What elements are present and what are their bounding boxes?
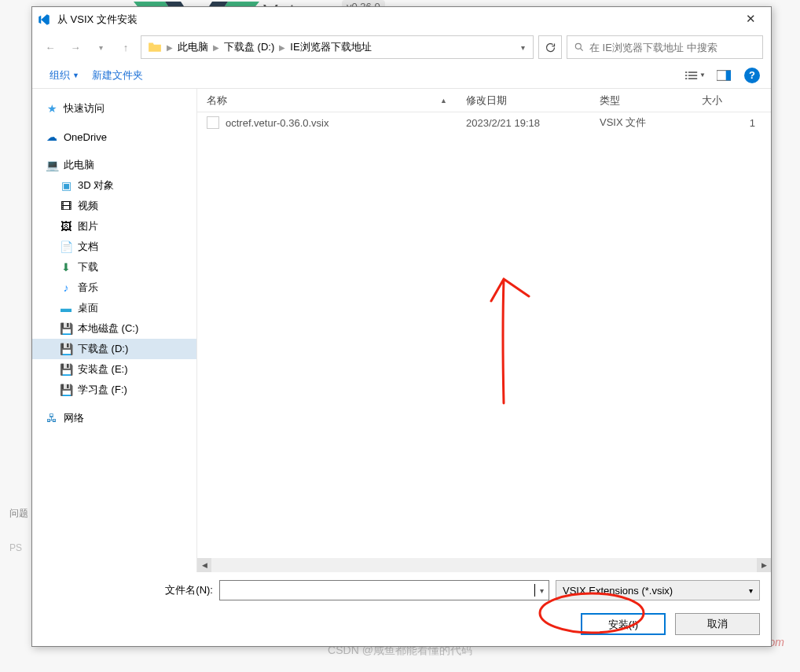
up-button[interactable]: ↑ [116,37,136,57]
svg-rect-3 [685,75,687,76]
tree-drive-d[interactable]: 💾下载盘 (D:) [32,339,196,359]
dialog-body: ★快速访问 ☁OneDrive 💻此电脑 ▣3D 对象 🎞视频 🖼图片 📄文档 … [32,89,771,572]
nav-tree: ★快速访问 ☁OneDrive 💻此电脑 ▣3D 对象 🎞视频 🖼图片 📄文档 … [32,89,197,572]
drive-icon: 💾 [59,342,73,356]
cube-icon: ▣ [59,178,73,193]
tree-drive-c[interactable]: 💾本地磁盘 (C:) [32,318,196,339]
filename-label: 文件名(N): [165,583,213,597]
search-icon [574,42,585,53]
search-box[interactable] [567,35,763,59]
file-row[interactable]: octref.vetur-0.36.0.vsix 2023/2/21 19:18… [197,112,771,133]
tree-downloads[interactable]: ⬇下载 [32,257,196,277]
download-icon: ⬇ [59,260,73,274]
help-button[interactable]: ? [744,68,760,83]
back-button[interactable]: ← [40,37,61,57]
close-button[interactable]: ✕ [735,9,766,31]
dialog-title: 从 VSIX 文件安装 [57,13,735,27]
scroll-right-button[interactable]: ▶ [757,558,771,572]
svg-rect-1 [685,72,687,73]
sort-asc-icon: ▲ [440,97,447,105]
file-date: 2023/2/21 19:18 [457,117,590,129]
breadcrumb-bar[interactable]: ▶ 此电脑 ▶ 下载盘 (D:) ▶ IE浏览器下载地址 ▾ [141,35,534,59]
breadcrumb-history-dropdown[interactable]: ▾ [516,43,530,52]
tree-music[interactable]: ♪音乐 [32,277,196,298]
filetype-select[interactable]: VSIX Extensions (*.vsix)▾ [556,580,760,600]
tree-3d[interactable]: ▣3D 对象 [32,175,196,196]
file-type: VSIX 文件 [590,116,692,130]
drive-icon: 💾 [59,321,73,336]
bg-ps-prompt: PS [9,542,22,553]
tree-network[interactable]: 🖧网络 [32,408,196,428]
music-icon: ♪ [59,281,73,295]
drive-icon: 💾 [59,362,73,376]
scroll-left-button[interactable]: ◀ [197,558,211,572]
chevron-right-icon: ▶ [211,43,221,52]
svg-rect-5 [685,78,687,79]
drive-icon: 💾 [59,383,73,397]
search-input[interactable] [589,42,756,53]
pc-icon: 💻 [45,158,59,172]
file-list[interactable]: octref.vetur-0.36.0.vsix 2023/2/21 19:18… [197,112,771,558]
col-type[interactable]: 类型 [590,94,692,108]
document-icon: 📄 [59,240,73,254]
svg-rect-8 [726,70,731,80]
file-dialog: 从 VSIX 文件安装 ✕ ← → ▾ ↑ ▶ 此电脑 ▶ 下载盘 (D:) ▶… [31,6,772,647]
annotation-arrow [480,270,551,411]
tree-pictures[interactable]: 🖼图片 [32,216,196,237]
tree-desktop[interactable]: ▬桌面 [32,298,196,318]
crumb-thispc[interactable]: 此电脑 [174,40,211,54]
svg-rect-6 [688,78,697,79]
col-size[interactable]: 大小 [692,94,771,108]
tree-onedrive[interactable]: ☁OneDrive [32,127,196,147]
tree-drive-f[interactable]: 💾学习盘 (F:) [32,380,196,400]
recent-dropdown[interactable]: ▾ [90,37,111,57]
view-options-button[interactable]: ▼ [681,65,710,86]
filename-history-dropdown[interactable]: ▾ [535,586,544,595]
picture-icon: 🖼 [59,219,73,233]
folder-icon [148,40,162,54]
preview-pane-button[interactable] [710,65,738,86]
network-icon: 🖧 [45,411,59,425]
desktop-icon: ▬ [59,301,73,315]
chevron-right-icon: ▶ [165,43,174,52]
install-button[interactable]: 安装(I) [581,613,666,635]
horizontal-scrollbar[interactable]: ◀ ▶ [197,558,771,572]
file-columns-header: 名称▲ 修改日期 类型 大小 [197,89,771,112]
crumb-drive-d[interactable]: 下载盘 (D:) [221,40,277,54]
filename-input[interactable]: ▾ [219,580,549,600]
tree-drive-e[interactable]: 💾安装盘 (E:) [32,359,196,380]
file-area: 名称▲ 修改日期 类型 大小 octref.vetur-0.36.0.vsix … [197,89,771,572]
forward-button: → [65,37,86,57]
crumb-folder[interactable]: IE浏览器下载地址 [287,40,374,54]
cancel-button[interactable]: 取消 [675,613,760,635]
tree-documents[interactable]: 📄文档 [32,237,196,257]
organize-menu[interactable]: 组织▼ [43,64,86,87]
dialog-bottom: 文件名(N): ▾ VSIX Extensions (*.vsix)▾ 安装(I… [32,572,771,646]
tree-thispc[interactable]: 💻此电脑 [32,155,196,175]
toolbar: 组织▼ 新建文件夹 ▼ ? [32,62,771,89]
file-size: 1 [692,117,771,129]
chevron-right-icon: ▶ [277,43,287,52]
tree-quick-access[interactable]: ★快速访问 [32,98,196,119]
svg-rect-4 [688,75,697,76]
newfolder-button[interactable]: 新建文件夹 [86,64,149,87]
video-icon: 🎞 [59,199,73,213]
file-icon [207,116,219,129]
refresh-icon [545,42,556,53]
tree-videos[interactable]: 🎞视频 [32,196,196,216]
col-name[interactable]: 名称▲ [197,94,457,108]
refresh-button[interactable] [538,35,562,59]
nav-row: ← → ▾ ↑ ▶ 此电脑 ▶ 下载盘 (D:) ▶ IE浏览器下载地址 ▾ [32,32,771,62]
svg-rect-2 [688,72,697,73]
bg-problems-tab: 问题 [9,507,28,520]
svg-point-0 [575,43,581,49]
cloud-icon: ☁ [45,130,59,144]
file-name: octref.vetur-0.36.0.vsix [226,117,329,129]
vscode-icon [37,13,51,27]
col-date[interactable]: 修改日期 [457,94,590,108]
titlebar: 从 VSIX 文件安装 ✕ [32,7,771,32]
star-icon: ★ [45,101,59,116]
